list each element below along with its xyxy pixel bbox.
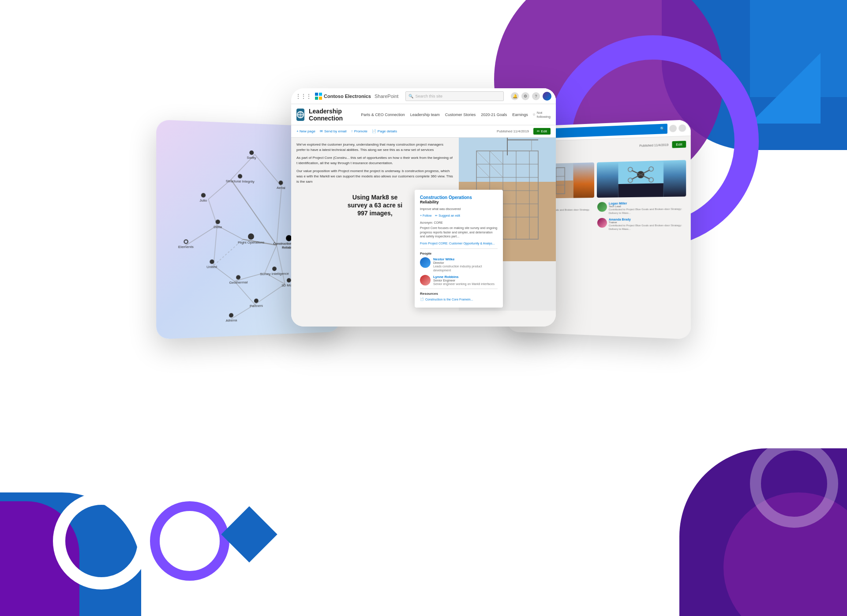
node-swifty: Swifty: [247, 150, 256, 160]
node-dot-aerial: [279, 180, 283, 185]
node-label-aerial: Aerial: [277, 186, 285, 190]
bg-white-ring-bottom-left: [53, 492, 150, 590]
site-logo: [296, 109, 304, 121]
popup-person-name-1: Nestor Wilke: [433, 257, 498, 261]
popup-person-1: Nestor Wilke Director Leads construction…: [420, 257, 498, 272]
popup-person-desc-1: Leads construction industry product deve…: [433, 264, 498, 272]
node-dot-structural: [238, 174, 242, 178]
send-email-label: Send by email: [324, 129, 347, 133]
node-dot-united: [210, 259, 214, 264]
popup-follow-btn[interactable]: + Follow: [420, 214, 431, 218]
edit-button[interactable]: ✏ Edit: [533, 128, 551, 135]
popup-from: From Project CORE: Customer Opportunity …: [420, 241, 498, 246]
send-email-btn[interactable]: ✉ Send by email: [320, 129, 347, 133]
edit-label: Edit: [541, 129, 547, 133]
sp-app-name: SharePoint: [375, 94, 398, 99]
sp-logo: Contoso Electronics: [315, 93, 371, 100]
tr-desc-amanda: Contributed to Project Blue Goals and Br…: [609, 224, 686, 231]
follow-button[interactable]: ☆ Not following: [532, 111, 551, 119]
new-page-btn[interactable]: + New page: [296, 129, 315, 133]
tr-avatar-logan: [597, 202, 607, 212]
svg-rect-19: [315, 93, 318, 96]
node-julio: Julio: [199, 193, 207, 203]
node-elements: Elements: [178, 240, 194, 249]
tablets-container: Swifty Structural Integrity Aerial Julio…: [159, 88, 688, 397]
tr-desc-logan: Contributed to Project Blue Goals and Br…: [609, 207, 686, 215]
popup-person-2: Lynne Robbins Senior Engineer Senior eng…: [420, 275, 498, 286]
nav-item-leadership[interactable]: Leadership team: [410, 113, 440, 117]
sp-header-icons: 🔔 ⚙ ?: [511, 92, 551, 101]
nav-item-goals[interactable]: 2020-21 Goals: [481, 113, 507, 117]
popup-follow-label: Follow: [423, 214, 431, 217]
bg-triangle-right: [750, 53, 821, 124]
published-date: Published 11/4/2019: [497, 129, 529, 133]
search-placeholder: Search this site: [415, 94, 442, 98]
email-icon: ✉: [320, 129, 323, 133]
site-title: Leadership Connection: [309, 108, 353, 122]
node-dot-partners: [254, 298, 259, 303]
follow-icon: +: [420, 214, 422, 217]
tablet-center: ⋮⋮⋮ Contoso Electronics SharePoint 🔍 Sea…: [291, 88, 556, 327]
edit-icon: ✏: [537, 129, 540, 133]
search-icon: 🔍: [409, 94, 413, 98]
node-geothermal: Geothermal: [229, 275, 248, 285]
article-p2: As part of Project Core (Constru... this…: [296, 155, 453, 166]
tr-notification-icon[interactable]: [669, 124, 677, 132]
nav-item-parts[interactable]: Parts & CEO Connection: [361, 113, 405, 117]
popup-avatar-1: [420, 257, 431, 268]
node-label-united: United: [206, 265, 217, 269]
popup-description: Project Core focuses on making site surv…: [420, 226, 498, 239]
popup-actions: + Follow ✏ Suggest an edit: [420, 214, 498, 218]
popup-person-name-2: Lynne Robbins: [433, 275, 498, 279]
popup-suggest-label: Suggest an edit: [438, 214, 460, 217]
article-p1: We've explored the customer journey, und…: [296, 142, 453, 153]
popup-avatar-2: [420, 275, 431, 285]
contoso-logo-icon: [315, 93, 322, 100]
node-united: United: [206, 259, 217, 269]
node-label-structural: Structural Integrity: [226, 179, 255, 183]
article-p3: Our value proposition with Project momen…: [296, 169, 453, 184]
promote-btn[interactable]: ↑ Promote: [351, 129, 367, 133]
node-flight-ops: Flight Operations: [238, 233, 264, 244]
user-avatar[interactable]: [543, 92, 551, 101]
sp-toolbar: + New page ✉ Send by email ↑ Promote 📄 P…: [291, 125, 556, 138]
page-details-btn[interactable]: 📄 Page details: [372, 129, 397, 133]
svg-rect-20: [319, 93, 322, 96]
node-partners: Partners: [250, 298, 263, 308]
node-label-julio: Julio: [199, 199, 207, 203]
tr-role-amanda: Trainer: [609, 221, 686, 224]
popup-person-desc-2: Senior engineer working on Mark8 interfa…: [433, 282, 498, 286]
nav-item-stories[interactable]: Customer Stories: [445, 113, 476, 117]
node-label-flight-ops: Flight Operations: [238, 240, 264, 244]
company-name: Contoso Electronics: [324, 94, 371, 99]
doc-icon: 📄: [420, 297, 424, 301]
node-label-elements: Elements: [178, 245, 194, 249]
node-survey-intel: Survey Intelligence: [260, 267, 289, 276]
node-label-delta: Delta: [214, 225, 222, 229]
svg-rect-21: [315, 97, 318, 100]
node-label-partners: Partners: [250, 304, 263, 308]
sp-search-box[interactable]: 🔍 Search this site: [405, 91, 504, 101]
bg-white-ring-right: [750, 439, 838, 528]
promote-icon: ↑: [351, 129, 353, 133]
popup-suggest-btn[interactable]: ✏ Suggest an edit: [435, 214, 460, 218]
node-structural: Structural Integrity: [226, 173, 255, 183]
tr-info-amanda: Amanda Brady Trainer Contributed to Proj…: [609, 218, 686, 231]
svg-rect-54: [618, 183, 663, 197]
popup-acronym: Acronym: CORE: [420, 221, 498, 224]
nav-item-earnings[interactable]: Earnings: [512, 113, 528, 117]
sp-nav: Parts & CEO Connection Leadership team C…: [361, 113, 528, 117]
tr-person-logan: Logan Miller Tech Lead Contributed to Pr…: [597, 201, 686, 215]
tr-user-icon[interactable]: [678, 124, 686, 131]
settings-icon[interactable]: ⚙: [521, 92, 529, 100]
node-label-survey-intel: Survey Intelligence: [260, 272, 289, 276]
popup-card: Construction Operations Reliability Impr…: [415, 190, 503, 308]
help-icon[interactable]: ?: [532, 92, 540, 100]
tr-edit-btn[interactable]: Edit: [672, 141, 686, 148]
popup-title: Construction Operations: [420, 195, 498, 200]
bg-purple-ring-bottom-left: [150, 501, 229, 581]
notification-icon[interactable]: 🔔: [511, 92, 519, 100]
popup-resource-1[interactable]: 📄 Construction is the Core Framein...: [420, 297, 498, 301]
node-dot-survey-intel: [272, 267, 277, 271]
waffle-icon[interactable]: ⋮⋮⋮: [296, 93, 311, 99]
